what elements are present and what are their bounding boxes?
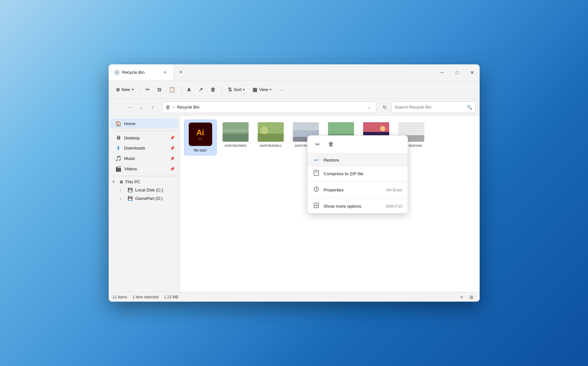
sort-chevron: ▾: [243, 88, 245, 91]
refresh-button[interactable]: ↻: [380, 102, 390, 112]
back-button[interactable]: ←: [113, 102, 123, 112]
svg-rect-13: [328, 122, 354, 135]
share-button[interactable]: ↗: [195, 84, 206, 96]
gamepart-expand-icon: ›: [120, 197, 125, 201]
svg-point-7: [260, 126, 268, 134]
up-button[interactable]: ↑: [148, 102, 158, 112]
img1-thumb: [223, 122, 249, 142]
sidebar-gamepart-label: GamePart (D:): [135, 196, 163, 201]
svg-point-17: [380, 126, 385, 131]
new-tab-button[interactable]: +: [175, 67, 187, 78]
active-tab[interactable]: ♻ Recycle Bin ✕: [109, 64, 174, 80]
ctx-more-options-icon: [313, 203, 320, 210]
forward-button[interactable]: →: [124, 102, 135, 112]
sidebar-desktop-label: Desktop: [124, 136, 140, 140]
list-view-button[interactable]: ≡: [458, 294, 466, 301]
search-input[interactable]: [395, 105, 464, 110]
recycle-bin-icon: ♻: [114, 70, 120, 75]
file-item-ai[interactable]: Ai AI file-start: [184, 120, 217, 155]
sidebar-item-localdisk[interactable]: › 💾 Local Disk (C:): [110, 186, 179, 194]
sidebar: 🏠 Home 🖥 Desktop 📌 ⬇ Downloads 📌 🎵 Music…: [109, 116, 180, 292]
address-bar[interactable]: 🗑 › Recycle Bin ⌄: [162, 101, 376, 113]
ctx-delete-icon: 🗑: [328, 141, 334, 148]
gamepart-icon: 💾: [128, 196, 133, 201]
sidebar-item-music[interactable]: 🎵 Music 📌: [110, 153, 179, 163]
file-size: 1,13 MB: [164, 295, 179, 299]
music-pin-icon: 📌: [170, 156, 175, 161]
localdisk-expand-icon: ›: [120, 188, 125, 192]
sidebar-item-downloads[interactable]: ⬇ Downloads 📌: [110, 143, 179, 153]
desktop-pin-icon: 📌: [170, 136, 175, 140]
ctx-restore-label: Restore: [324, 158, 339, 163]
sidebar-item-home[interactable]: 🏠 Home: [110, 119, 179, 129]
sidebar-item-gamepart[interactable]: › 💾 GamePart (D:): [110, 194, 179, 203]
close-button[interactable]: ✕: [465, 64, 480, 81]
sort-button[interactable]: ⇅ Sort ▾: [225, 84, 248, 96]
address-icon: 🗑: [166, 104, 171, 110]
new-button[interactable]: ⊕ New ▾: [113, 84, 137, 96]
sidebar-thispc-section[interactable]: ▾ 🖥 This PC: [109, 178, 180, 186]
delete-icon: 🗑: [211, 87, 216, 93]
ctx-more-options-shortcut: Shift+F10: [386, 204, 403, 209]
context-menu-toolbar: ✂ 🗑: [308, 136, 408, 153]
ctx-restore-icon: ↩: [313, 157, 320, 163]
ctx-compress-icon: [313, 170, 320, 177]
img2-svg: [258, 122, 284, 142]
delete-button[interactable]: 🗑: [207, 84, 219, 96]
file-item-img1[interactable]: 1620736203631: [219, 120, 252, 155]
ctx-properties-icon: [313, 186, 320, 194]
address-text: Recycle Bin: [177, 105, 362, 110]
svg-rect-4: [223, 129, 249, 134]
ctx-more-options-label: Show more options: [324, 204, 362, 209]
recent-button[interactable]: ⌄: [136, 102, 146, 112]
copy-button[interactable]: ⧉: [154, 84, 164, 96]
sidebar-videos-label: Videos: [124, 166, 137, 171]
address-chevron-button[interactable]: ⌄: [365, 104, 373, 111]
ctx-compress-item[interactable]: Compress to ZIP file: [308, 167, 408, 181]
sort-icon: ⇅: [228, 86, 232, 93]
view-button[interactable]: ▦ View ▾: [249, 84, 275, 96]
paste-button[interactable]: 📋: [166, 84, 179, 96]
ctx-properties-item[interactable]: Properties Alt+Enter: [308, 183, 408, 197]
ai-file-icon: Ai AI: [189, 123, 212, 146]
search-icon: 🔍: [467, 105, 472, 110]
rename-button[interactable]: A: [184, 84, 194, 96]
svg-rect-21: [314, 170, 319, 176]
main-content: 🏠 Home 🖥 Desktop 📌 ⬇ Downloads 📌 🎵 Music…: [109, 116, 480, 292]
ctx-restore-item[interactable]: ↩ Restore: [308, 153, 408, 167]
img1-svg: [223, 122, 249, 142]
ctx-delete-button[interactable]: 🗑: [326, 139, 337, 150]
ctx-properties-label: Properties: [324, 188, 344, 192]
sidebar-downloads-label: Downloads: [124, 146, 145, 150]
minimize-button[interactable]: ─: [435, 64, 450, 81]
ctx-cut-button[interactable]: ✂: [312, 139, 323, 150]
downloads-icon: ⬇: [115, 145, 122, 151]
tab-close-button[interactable]: ✕: [162, 69, 168, 76]
file-explorer-window: ♻ Recycle Bin ✕ + ─ □ ✕ ⊕ New ▾ ✂ ⧉ 📋: [109, 64, 480, 302]
view-controls: ≡ ⊞: [458, 294, 476, 301]
sidebar-home-label: Home: [124, 121, 136, 126]
cut-button[interactable]: ✂: [142, 84, 153, 96]
thispc-icon: 🖥: [119, 179, 123, 184]
sidebar-separator-1: [113, 131, 176, 131]
downloads-pin-icon: 📌: [170, 146, 175, 150]
ctx-compress-label: Compress to ZIP file: [324, 171, 363, 176]
grid-view-button[interactable]: ⊞: [467, 294, 476, 301]
copy-icon: ⧉: [157, 87, 161, 93]
toolbar-separator-2: [181, 86, 182, 94]
view-chevron: ▾: [270, 88, 271, 91]
file-area: Ai AI file-start 1620736203631: [180, 116, 480, 292]
tab-title: Recycle Bin: [122, 70, 159, 75]
new-label: New: [122, 87, 130, 92]
file-item-img2[interactable]: 1620736203611: [254, 120, 287, 155]
sidebar-item-videos[interactable]: 🎬 Videos 📌: [110, 164, 179, 174]
context-menu: ✂ 🗑 ↩ Restore: [307, 135, 408, 214]
sidebar-item-desktop[interactable]: 🖥 Desktop 📌: [110, 133, 179, 143]
more-button[interactable]: ···: [276, 84, 287, 96]
window-controls: ─ □ ✕: [435, 64, 480, 81]
sidebar-music-label: Music: [124, 156, 135, 161]
share-icon: ↗: [198, 86, 203, 93]
ctx-more-options-item[interactable]: Show more options Shift+F10: [308, 199, 408, 213]
maximize-button[interactable]: □: [450, 64, 465, 81]
new-chevron: ▾: [132, 88, 133, 91]
